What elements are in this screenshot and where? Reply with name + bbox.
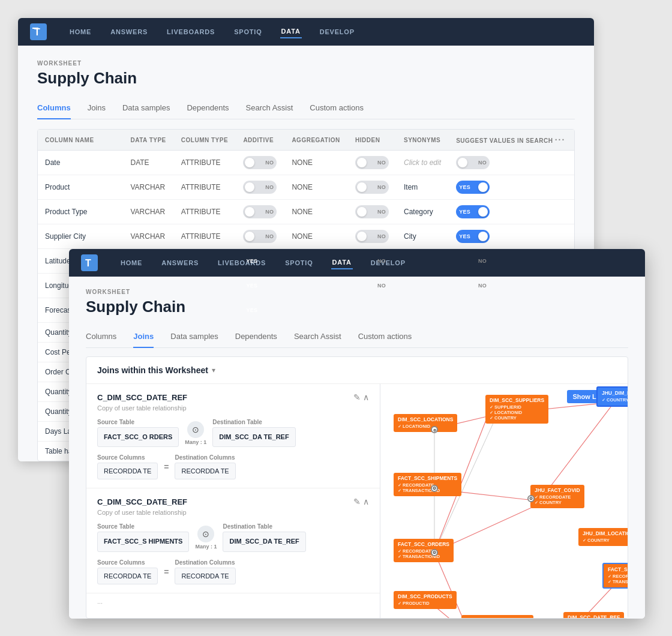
nav-data-2[interactable]: DATA [331, 256, 353, 269]
navbar-1: T HOME ANSWERS LIVEBOARDS SPOTIQ DATA DE… [18, 18, 594, 46]
join-connector-icon-1: ⊙ [187, 421, 204, 438]
nav-liveboards-1[interactable]: LIVEBOARDS [166, 26, 216, 38]
node-dim-scc-suppliers[interactable]: DIM_SCC_SUPPLIERS SUPPLIERID LOCATIONID … [485, 395, 548, 424]
node-dim-scc-date-ref[interactable]: DIM_SCC_DATE_REF RECORDDATE [563, 612, 624, 618]
nav-develop-1[interactable]: DEVELOP [319, 26, 356, 38]
th-suggest: SUGGEST VALUES IN SEARCH ··· [449, 130, 574, 151]
join-card-1-actions[interactable]: ✎ ∧ [353, 392, 369, 402]
node-fact-scc-expected[interactable]: FACT_SCC_EXPECTED RECORDDATE TRANSACTION… [602, 563, 628, 589]
additive-toggle[interactable]: NO [243, 205, 277, 218]
table-row: Product VARCHAR ATTRIBUTE NO NONE NO Ite… [38, 175, 574, 200]
more-options-icon[interactable]: ··· [555, 135, 566, 145]
node-fact-scc-shipments[interactable]: FACT_SCC_SHIPMENTS RECORDDATE TRANSACTIO… [394, 473, 461, 496]
joins-dropdown-icon[interactable]: ▾ [212, 366, 215, 374]
tab-searchassist-2[interactable]: Search Assist [294, 327, 341, 348]
suggest-toggle[interactable]: YES [456, 181, 490, 194]
additive-toggle[interactable]: NO [243, 230, 277, 243]
node-dim-scc-locations[interactable]: DIM_SCC_LOCATIONS LOCATIONID [394, 414, 457, 432]
join-card-1-header: C_DIM_SCC_DATE_REF ✎ ∧ [97, 392, 369, 402]
suggest-toggle[interactable]: YES [456, 205, 490, 218]
th-synonyms: SYNONYMS [397, 130, 449, 151]
tab-dependents-2[interactable]: Dependents [235, 327, 277, 348]
nav-answers-1[interactable]: ANSWERS [109, 26, 149, 38]
nav-develop-2[interactable]: DEVELOP [370, 257, 407, 269]
table-row: Date DATE ATTRIBUTE NO NONE NO Click to … [38, 151, 574, 175]
join-equals-2: = [164, 567, 169, 577]
tab-dependents-1[interactable]: Dependents [187, 98, 229, 119]
tab-customactions-2[interactable]: Custom actions [358, 327, 412, 348]
tab-joins-2[interactable]: Joins [133, 327, 154, 348]
col-aggregation: NONE [284, 175, 348, 200]
join-card-1-destcol-label: Destination Columns [175, 454, 235, 461]
col-hidden: NO [348, 224, 397, 249]
conn-dot-1: ⊙ [431, 426, 438, 433]
col-col-type: ATTRIBUTE [174, 151, 236, 175]
join-connector-icon-2: ⊙ [197, 526, 214, 542]
worksheet-label-1: WORKSHEET [37, 60, 575, 67]
col-name: Product [38, 175, 123, 200]
tab-customactions-1[interactable]: Custom actions [310, 98, 364, 119]
join-card-1-connector: ⊙ Many : 1 [185, 421, 206, 445]
nav-liveboards-2[interactable]: LIVEBOARDS [217, 257, 267, 269]
col-data-type: VARCHAR [123, 224, 173, 249]
additive-toggle[interactable]: NO [243, 181, 277, 194]
join-card-1-source-label: Source Table [97, 419, 179, 425]
col-col-type: ATTRIBUTE [174, 200, 236, 224]
node-fact-scc-transacti[interactable]: FACT_SCC_TRANSACTI... TRANSACTIONS RECOR… [461, 615, 533, 618]
col-hidden: NO [348, 175, 397, 200]
page-content-2: WORKSHEET Supply Chain Columns Joins Dat… [69, 277, 645, 619]
col-synonyms: Click to edit [397, 151, 449, 175]
joins-header: Joins within this Worksheet ▾ [86, 357, 628, 384]
tab-joins-1[interactable]: Joins [88, 98, 106, 119]
joins-section: Joins within this Worksheet ▾ C_DIM_SCC_… [86, 356, 628, 619]
window2: T HOME ANSWERS LIVEBOARDS SPOTIQ DATA DE… [69, 249, 645, 619]
th-aggregation: AGGREGATION [284, 130, 348, 151]
col-synonyms: City [397, 224, 449, 249]
node-jhu-dim-location-c[interactable]: JHU_DIM_LOCATION_C... COUNTRY [578, 528, 628, 546]
hidden-toggle[interactable]: NO [355, 230, 389, 243]
node-fact-scc-orders[interactable]: FACT_SCC_ORDERS RECORDDATE TRANSACTIONID [394, 539, 454, 562]
nav-spotiq-2[interactable]: SPOTIQ [284, 257, 314, 269]
joins-left-panel: C_DIM_SCC_DATE_REF ✎ ∧ Copy of user tabl… [86, 384, 380, 618]
node-jhu-dim-locations[interactable]: JHU_DIM_LOCATIONS COUNTRY [596, 386, 628, 407]
tab-datasamples-1[interactable]: Data samples [122, 98, 170, 119]
join-card-1-source-table: FACT_SCC_O RDERS [97, 427, 179, 447]
join-card-1-srccol-label: Source Columns [97, 454, 158, 461]
join-card-1-columns: Source Columns RECORDDA TE = Destination… [97, 454, 369, 479]
col-synonyms: Category [397, 200, 449, 224]
joins-body: C_DIM_SCC_DATE_REF ✎ ∧ Copy of user tabl… [86, 384, 628, 618]
th-data-type: DATA TYPE [123, 130, 173, 151]
tab-columns-2[interactable]: Columns [86, 327, 116, 348]
hidden-toggle[interactable]: NO [355, 156, 389, 169]
nav-data-1[interactable]: DATA [280, 25, 302, 38]
node-jhu-fact-covid[interactable]: JHU_FACT_COVID RECORDDATE COUNTRY [530, 485, 584, 508]
additive-toggle[interactable]: NO [243, 156, 277, 169]
join-card-2-subtitle: Copy of user table relationship [97, 509, 369, 516]
nav-spotiq-1[interactable]: SPOTIQ [233, 26, 263, 38]
tab-columns-1[interactable]: Columns [37, 98, 71, 119]
join-card-2-source-label: Source Table [97, 523, 189, 530]
col-suggest: YES [449, 224, 574, 249]
nav-answers-2[interactable]: ANSWERS [160, 257, 200, 269]
nav-home-2[interactable]: HOME [119, 257, 143, 269]
join-card-1-tables: Source Table FACT_SCC_O RDERS ⊙ Many : 1… [97, 419, 369, 447]
join-card-2-actions[interactable]: ✎ ∧ [353, 497, 369, 506]
col-suggest: NO [449, 151, 574, 175]
col-additive: NO [236, 175, 284, 200]
col-col-type: ATTRIBUTE [174, 175, 236, 200]
nav-home-1[interactable]: HOME [68, 26, 92, 38]
col-col-type: ATTRIBUTE [174, 224, 236, 249]
suggest-toggle[interactable]: YES [456, 230, 490, 243]
hidden-toggle[interactable]: NO [355, 205, 389, 218]
col-additive: NO [236, 151, 284, 175]
table-row: Product Type VARCHAR ATTRIBUTE NO NONE N… [38, 200, 574, 224]
join-card-1: C_DIM_SCC_DATE_REF ✎ ∧ Copy of user tabl… [86, 384, 380, 488]
tab-datasamples-2[interactable]: Data samples [170, 327, 218, 348]
th-hidden: HIDDEN [348, 130, 397, 151]
suggest-toggle[interactable]: NO [456, 156, 490, 169]
tab-searchassist-1[interactable]: Search Assist [246, 98, 293, 119]
join-card-2-columns: Source Columns RECORDDA TE = Destination… [97, 559, 369, 584]
hidden-toggle[interactable]: NO [355, 181, 389, 194]
node-dim-scc-products[interactable]: DIM_SCC_PRODUCTS PRODUCTID [394, 591, 457, 609]
join-card-2: C_DIM_SCC_DATE_REF ✎ ∧ Copy of user tabl… [86, 488, 380, 593]
